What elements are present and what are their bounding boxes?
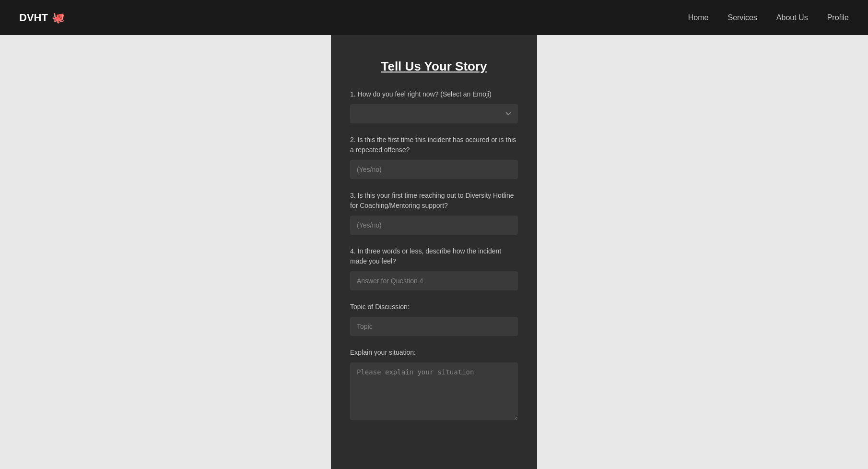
form-group-q2: 2. Is this the first time this incident … (350, 135, 518, 179)
form-group-q4: 4. In three words or less, describe how … (350, 246, 518, 290)
label-situation: Explain your situation: (350, 348, 518, 358)
nav-item-services[interactable]: Services (727, 13, 757, 22)
nav-link-about[interactable]: About Us (776, 13, 808, 22)
nav-item-home[interactable]: Home (688, 13, 709, 22)
textarea-situation[interactable] (350, 362, 518, 420)
label-q1: 1. How do you feel right now? (Select an… (350, 89, 518, 99)
label-q3: 3. Is this your first time reaching out … (350, 191, 518, 211)
label-q2: 2. Is this the first time this incident … (350, 135, 518, 155)
navbar: DVHT 🐙 Home Services About Us Profile (0, 0, 868, 35)
nav-link-home[interactable]: Home (688, 13, 709, 22)
form-group-q1: 1. How do you feel right now? (Select an… (350, 89, 518, 123)
brand-logo[interactable]: DVHT 🐙 (19, 12, 65, 24)
select-emoji[interactable]: 😊 Happy 😢 Sad 😡 Angry 😰 Anxious 😔 Upset (350, 104, 518, 123)
nav-link-profile[interactable]: Profile (827, 13, 849, 22)
brand-icon: 🐙 (52, 12, 65, 24)
nav-item-about[interactable]: About Us (776, 13, 808, 22)
nav-links: Home Services About Us Profile (688, 13, 849, 22)
form-group-situation: Explain your situation: (350, 348, 518, 422)
nav-link-services[interactable]: Services (727, 13, 757, 22)
form-title: Tell Us Your Story (350, 59, 518, 74)
form-container: Tell Us Your Story 1. How do you feel ri… (331, 35, 537, 469)
form-group-q3: 3. Is this your first time reaching out … (350, 191, 518, 235)
input-q4[interactable] (350, 271, 518, 290)
input-q3[interactable] (350, 216, 518, 235)
form-group-topic: Topic of Discussion: (350, 302, 518, 336)
input-topic[interactable] (350, 317, 518, 336)
brand-text: DVHT (19, 12, 48, 24)
label-topic: Topic of Discussion: (350, 302, 518, 312)
main-content: Tell Us Your Story 1. How do you feel ri… (0, 35, 868, 469)
input-q2[interactable] (350, 160, 518, 179)
nav-item-profile[interactable]: Profile (827, 13, 849, 22)
label-q4: 4. In three words or less, describe how … (350, 246, 518, 266)
